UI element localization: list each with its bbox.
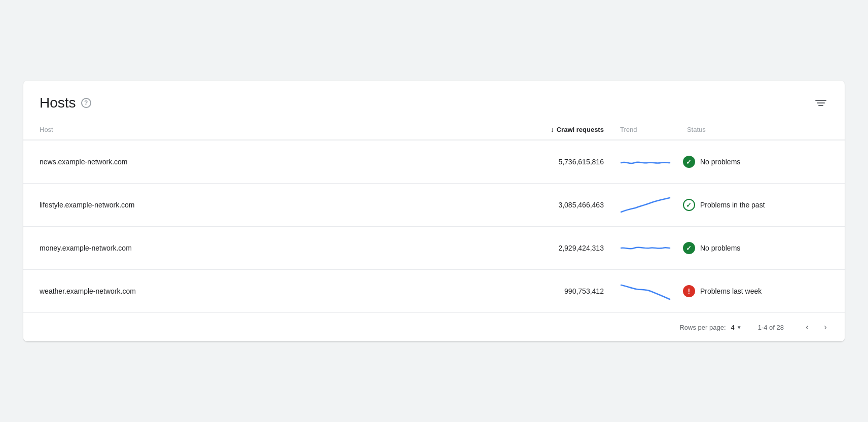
status-container: ✓ No problems — [683, 242, 837, 254]
header-left: Hosts ? — [40, 95, 91, 111]
table-row[interactable]: money.example-network.com 2,929,424,313 … — [23, 227, 845, 270]
trend-cell — [612, 227, 679, 270]
status-label: Problems last week — [700, 287, 762, 295]
status-label: No problems — [700, 158, 740, 166]
table-row[interactable]: weather.example-network.com 990,753,412 … — [23, 270, 845, 313]
status-container: ✓ No problems — [683, 156, 837, 168]
crawl-requests-cell: 990,753,412 — [475, 270, 612, 313]
table-row[interactable]: news.example-network.com 5,736,615,816 ✓… — [23, 140, 845, 184]
status-cell-td: ! Problems last week — [679, 270, 845, 313]
hosts-table: Host ↓ Crawl requests Trend Status — [23, 119, 845, 312]
chevron-down-icon: ▼ — [737, 325, 742, 330]
col-header-crawl[interactable]: ↓ Crawl requests — [475, 119, 612, 140]
prev-page-button[interactable]: ‹ — [800, 320, 814, 334]
filter-button[interactable] — [813, 98, 828, 108]
status-label: No problems — [700, 244, 740, 252]
host-cell: money.example-network.com — [23, 227, 475, 270]
next-page-button[interactable]: › — [818, 320, 833, 334]
status-icon-green-outline: ✓ — [683, 199, 695, 211]
status-label: Problems in the past — [700, 201, 765, 209]
col-header-trend: Trend — [612, 119, 679, 140]
table-body: news.example-network.com 5,736,615,816 ✓… — [23, 140, 845, 312]
col-header-status: Status — [679, 119, 845, 140]
status-cell-td: ✓ No problems — [679, 140, 845, 184]
sort-down-icon: ↓ — [551, 125, 554, 133]
pagination-info: 1-4 of 28 — [758, 324, 784, 331]
status-container: ✓ Problems in the past — [683, 199, 837, 211]
status-cell-td: ✓ Problems in the past — [679, 184, 845, 227]
status-container: ! Problems last week — [683, 285, 837, 297]
page-title: Hosts — [40, 95, 76, 111]
table-wrap: Host ↓ Crawl requests Trend Status — [23, 119, 845, 312]
status-icon-red: ! — [683, 285, 695, 297]
crawl-requests-cell: 3,085,466,463 — [475, 184, 612, 227]
table-row[interactable]: lifestyle.example-network.com 3,085,466,… — [23, 184, 845, 227]
rows-per-page-select[interactable]: 4 ▼ — [731, 324, 742, 331]
trend-cell — [612, 184, 679, 227]
host-cell: lifestyle.example-network.com — [23, 184, 475, 227]
col-header-host: Host — [23, 119, 475, 140]
pagination-nav: ‹ › — [800, 320, 833, 334]
status-cell-td: ✓ No problems — [679, 227, 845, 270]
hosts-card: Hosts ? Host ↓ Crawl request — [23, 81, 845, 341]
trend-cell — [612, 270, 679, 313]
rows-per-page: Rows per page: 4 ▼ — [679, 324, 741, 331]
table-footer: Rows per page: 4 ▼ 1-4 of 28 ‹ › — [23, 312, 845, 341]
trend-cell — [612, 140, 679, 184]
help-icon[interactable]: ? — [81, 98, 91, 108]
host-cell: news.example-network.com — [23, 140, 475, 184]
status-icon-green: ✓ — [683, 242, 695, 254]
table-header-row: Host ↓ Crawl requests Trend Status — [23, 119, 845, 140]
crawl-requests-cell: 2,929,424,313 — [475, 227, 612, 270]
host-cell: weather.example-network.com — [23, 270, 475, 313]
status-icon-green: ✓ — [683, 156, 695, 168]
crawl-requests-cell: 5,736,615,816 — [475, 140, 612, 184]
card-header: Hosts ? — [23, 81, 845, 119]
